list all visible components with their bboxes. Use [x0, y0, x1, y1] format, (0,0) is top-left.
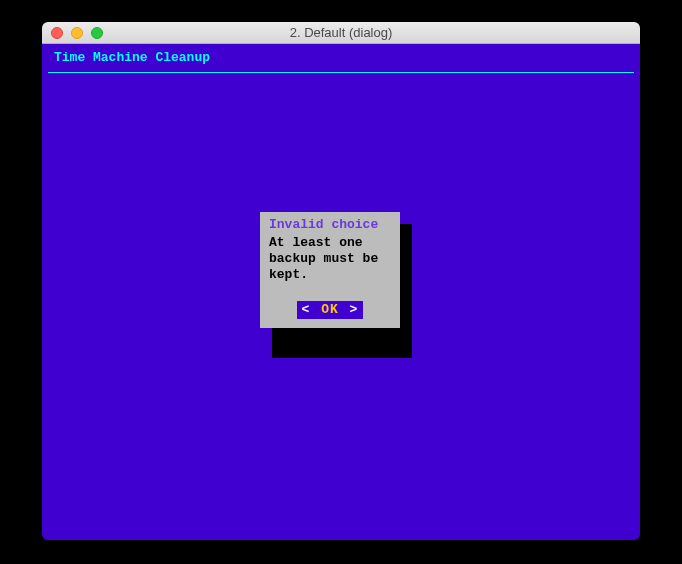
minimize-icon[interactable] [71, 27, 83, 39]
dialog-box: Invalid choice At least one backup must … [260, 212, 400, 328]
app-title: Time Machine Cleanup [54, 50, 210, 66]
zoom-icon[interactable] [91, 27, 103, 39]
window-titlebar[interactable]: 2. Default (dialog) [42, 22, 640, 44]
ok-button-label: OK [319, 302, 341, 317]
traffic-lights [42, 27, 103, 39]
dialog-title: Invalid choice [269, 217, 378, 233]
window-title: 2. Default (dialog) [42, 25, 640, 40]
dialog-container: Invalid choice At least one backup must … [260, 212, 400, 328]
terminal-screen: Time Machine Cleanup Invalid choice At l… [42, 44, 640, 540]
macos-window: 2. Default (dialog) Time Machine Cleanup… [42, 22, 640, 540]
title-divider [48, 72, 634, 73]
ok-button[interactable]: < OK > [297, 301, 363, 319]
close-icon[interactable] [51, 27, 63, 39]
chevron-right-icon: > [350, 302, 359, 317]
chevron-left-icon: < [302, 302, 311, 317]
dialog-title-row: Invalid choice [269, 217, 391, 233]
dialog-message: At least one backup must be kept. [269, 235, 391, 283]
